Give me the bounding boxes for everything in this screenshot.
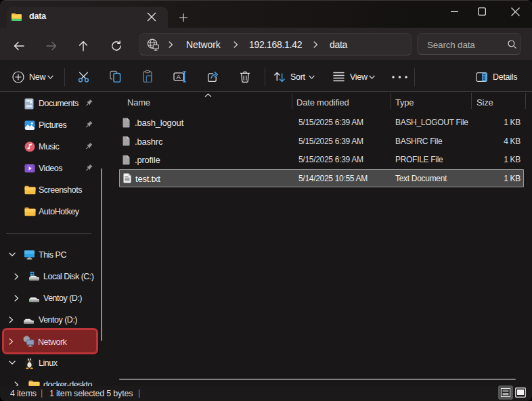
- svg-text:A: A: [177, 73, 181, 80]
